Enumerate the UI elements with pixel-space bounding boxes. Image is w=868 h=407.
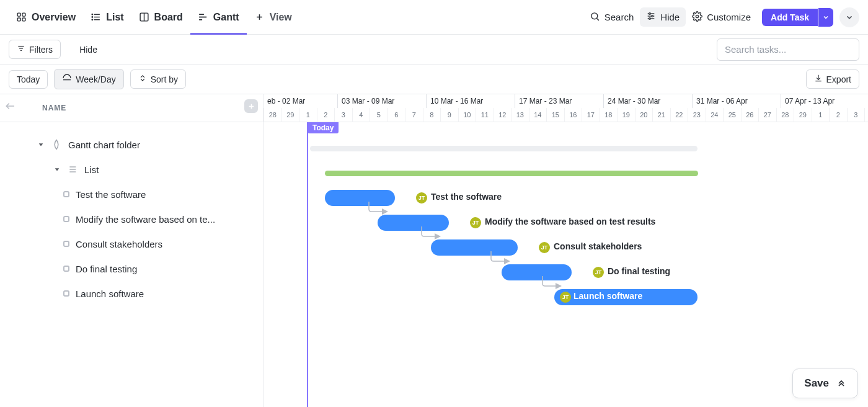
day-header: 8 [423, 108, 441, 122]
week-header: eb - 02 Mar [264, 94, 337, 108]
customize-action[interactable]: Customize [686, 7, 757, 27]
task-name: Do final testing [76, 264, 137, 274]
folder-summary-bar[interactable] [310, 146, 698, 151]
tree-task-row[interactable]: Do final testing [10, 256, 255, 281]
scale-label: Week/Day [76, 74, 115, 84]
task-list-pane: NAME Gantt chart folder [0, 94, 264, 407]
svg-point-8 [92, 17, 92, 17]
assignee-avatar[interactable]: JT [470, 217, 481, 228]
tree-task-row[interactable]: Modify the software based on te... [10, 207, 255, 231]
filters-button[interactable]: Filters [9, 40, 61, 59]
search-action[interactable]: Search [583, 7, 640, 27]
add-task-button[interactable]: Add Task [762, 9, 818, 26]
tree-list-row[interactable]: List [10, 157, 255, 182]
day-header: 16 [564, 108, 582, 122]
today-badge: Today [308, 122, 339, 133]
day-header: 10 [458, 108, 476, 122]
assignee-avatar[interactable]: JT [416, 192, 427, 204]
tab-board[interactable]: Board [131, 0, 190, 34]
download-icon [814, 74, 823, 84]
task-bar[interactable] [502, 264, 572, 280]
gantt-chart[interactable]: eb - 02 Mar03 Mar - 09 Mar10 Mar - 16 Ma… [264, 94, 868, 407]
caret-down-icon[interactable] [37, 141, 45, 148]
task-bar[interactable] [378, 215, 449, 231]
tree-task-row[interactable]: Consult stakeholders [10, 231, 255, 256]
svg-rect-2 [17, 18, 20, 21]
hide-action[interactable]: Hide [640, 7, 686, 27]
day-header: 14 [529, 108, 547, 122]
save-label: Save [804, 377, 829, 390]
customize-label: Customize [707, 12, 751, 22]
status-icon [63, 266, 69, 272]
day-header: 4 [864, 108, 868, 122]
export-button[interactable]: Export [806, 69, 859, 89]
list-name: List [84, 164, 99, 175]
collapse-icon [836, 377, 846, 390]
task-bar-label: Consult stakeholders [554, 241, 642, 251]
assignee-avatar[interactable]: JT [560, 292, 571, 303]
tree-task-row[interactable]: Launch software [10, 281, 255, 306]
task-name: Launch software [76, 288, 144, 299]
tab-list[interactable]: List [83, 0, 131, 34]
task-name: Modify the software based on te... [76, 214, 215, 225]
task-bar[interactable] [325, 190, 395, 206]
add-column-button[interactable] [244, 99, 258, 113]
hide-label: Hide [660, 12, 680, 22]
assignee-avatar[interactable]: JT [539, 242, 550, 253]
list-icon [67, 164, 78, 175]
list-summary-bar[interactable] [325, 171, 698, 176]
sortby-button[interactable]: Sort by [130, 69, 186, 89]
day-header: 2 [829, 108, 847, 122]
week-header: 31 Mar - 06 Apr [692, 94, 781, 108]
more-button[interactable] [839, 7, 859, 27]
day-header: 21 [652, 108, 670, 122]
assignee-avatar[interactable]: JT [593, 267, 604, 278]
settings-sliders-icon [646, 11, 656, 23]
svg-point-22 [649, 13, 651, 15]
svg-point-23 [652, 16, 653, 17]
tree-task-row[interactable]: Test the software [10, 182, 255, 207]
status-icon [63, 290, 69, 297]
collapse-sidebar-button[interactable] [4, 99, 17, 113]
svg-point-17 [591, 12, 598, 19]
tree-folder-row[interactable]: Gantt chart folder [10, 132, 255, 157]
day-header: 26 [741, 108, 759, 122]
day-header: 1 [812, 108, 830, 122]
task-bar-label: Launch software [574, 291, 642, 301]
add-view[interactable]: View [247, 0, 299, 34]
search-input[interactable] [717, 38, 859, 61]
day-header: 29 [794, 108, 812, 122]
week-header: 10 Mar - 16 Mar [426, 94, 515, 108]
task-bar-label: Do final testing [608, 266, 670, 276]
day-header: 24 [706, 108, 724, 122]
save-button[interactable]: Save [792, 369, 858, 398]
svg-marker-36 [55, 168, 60, 171]
today-button[interactable]: Today [9, 70, 48, 89]
svg-rect-3 [22, 18, 25, 21]
day-header: 29 [281, 108, 299, 122]
task-bar[interactable] [431, 239, 518, 256]
folder-icon [51, 139, 62, 150]
folder-name: Gantt chart folder [68, 140, 140, 150]
day-header: 2 [317, 108, 335, 122]
svg-point-7 [92, 14, 92, 15]
search-icon [590, 11, 600, 24]
hide-columns-button[interactable]: Hide [72, 41, 105, 58]
day-header: 27 [758, 108, 776, 122]
status-icon [63, 241, 69, 247]
tab-gantt[interactable]: Gantt [190, 0, 247, 34]
task-name: Consult stakeholders [76, 239, 162, 249]
name-column-header: NAME [42, 104, 66, 112]
filter-icon [17, 44, 25, 55]
day-header: 19 [617, 108, 635, 122]
day-header: 5 [370, 108, 388, 122]
status-icon [63, 216, 69, 222]
tab-overview[interactable]: Overview [9, 0, 83, 34]
day-header: 22 [670, 108, 688, 122]
svg-point-25 [696, 15, 699, 17]
gantt-icon [198, 12, 208, 22]
day-header: 9 [440, 108, 458, 122]
scale-selector[interactable]: Week/Day [54, 69, 123, 89]
add-task-caret[interactable] [818, 8, 833, 27]
caret-down-icon[interactable] [53, 166, 61, 173]
